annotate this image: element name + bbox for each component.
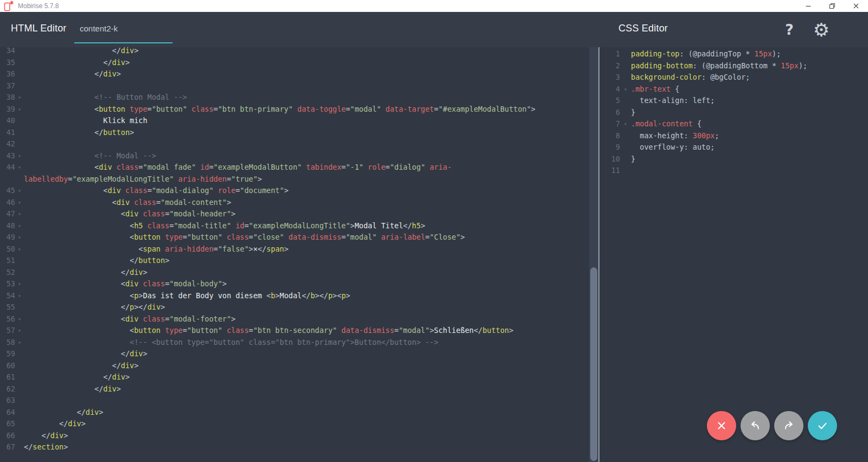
fold-arrow-icon[interactable]: ▾ [15, 185, 24, 197]
code-text[interactable]: .modal-content { [631, 118, 868, 130]
code-text[interactable]: text-align: left; [631, 95, 868, 107]
code-text[interactable]: </button> [24, 127, 589, 139]
code-text[interactable]: </div> [24, 418, 589, 430]
fold-arrow-icon[interactable]: ▾ [15, 243, 24, 255]
code-text[interactable]: </div> [24, 383, 589, 395]
minimize-button[interactable] [796, 0, 820, 12]
tab-content2-k[interactable]: content2-k [74, 20, 173, 43]
fold-arrow-icon[interactable]: ▾ [15, 208, 24, 220]
code-text[interactable]: <p>Das ist der Body von diesem <b>Modal<… [24, 290, 589, 302]
code-text[interactable] [24, 395, 589, 407]
line-number: 53 [0, 278, 15, 290]
gear-icon[interactable]: ⚙ [809, 12, 833, 47]
code-text[interactable]: <button type="button" class="btn btn-sec… [24, 325, 589, 337]
apply-button[interactable] [808, 411, 837, 440]
line-number: 4 [599, 84, 620, 95]
fold-arrow-icon[interactable]: ▾ [15, 232, 24, 243]
code-text[interactable]: <!-- Button Modal --> [24, 92, 589, 104]
code-line: 59 </div> [0, 348, 589, 360]
code-line: 4▾.mbr-text { [599, 84, 868, 95]
code-text[interactable]: } [631, 153, 868, 165]
code-text[interactable]: <button type="button" class="close" data… [24, 232, 589, 243]
help-icon[interactable]: ? [779, 12, 800, 47]
code-text[interactable]: </div> [24, 360, 589, 372]
line-number: 63 [0, 395, 15, 407]
code-line: 8 max-height: 300px; [599, 130, 868, 142]
code-text[interactable] [24, 138, 589, 150]
code-text[interactable]: <span aria-hidden="false">×</span> [24, 243, 589, 255]
code-text[interactable]: <!-- Modal --> [24, 150, 589, 162]
fold-arrow-icon[interactable]: ▾ [620, 118, 631, 130]
line-number: 67 [0, 441, 15, 453]
line-number: 1 [599, 48, 620, 60]
code-text[interactable]: <div class="modal-header"> [24, 208, 589, 220]
line-number: 50 [0, 243, 15, 255]
code-line: 44▾ <div class="modal fade" id="exampleM… [0, 162, 589, 185]
code-text[interactable]: </div> [24, 57, 589, 69]
fold-arrow-icon[interactable]: ▾ [15, 220, 24, 232]
code-line: 45▾ <div class="modal-dialog" role="docu… [0, 185, 589, 197]
code-text[interactable]: </div> [24, 267, 589, 279]
fold-arrow-icon[interactable]: ▾ [15, 150, 24, 162]
code-text[interactable]: </div> [24, 371, 589, 383]
code-line: 49▾ <button type="button" class="close" … [0, 232, 589, 243]
code-line: 66 </div> [0, 430, 589, 442]
code-text[interactable]: <h5 class="modal-title" id="exampleModal… [24, 220, 589, 232]
close-window-button[interactable] [844, 0, 868, 12]
code-text[interactable]: max-height: 300px; [631, 130, 868, 142]
code-text[interactable]: .mbr-text { [631, 84, 868, 95]
css-code-editor[interactable]: 1padding-top: (@paddingTop * 15px);2padd… [599, 47, 868, 462]
fold-arrow-icon[interactable]: ▾ [15, 162, 24, 174]
fold-arrow-icon[interactable]: ▾ [15, 92, 24, 104]
code-text[interactable]: } [631, 107, 868, 119]
line-number: 62 [0, 383, 15, 395]
redo-button[interactable] [774, 411, 803, 440]
code-text[interactable]: </div> [24, 430, 589, 442]
code-text[interactable]: </div> [24, 407, 589, 419]
code-text[interactable]: padding-bottom: (@paddingBottom * 15px); [631, 60, 868, 72]
line-number: 52 [0, 267, 15, 279]
undo-button[interactable] [741, 411, 770, 440]
code-text[interactable]: overflow-y: auto; [631, 142, 868, 153]
code-line: 41 </button> [0, 127, 589, 139]
cancel-button[interactable] [707, 411, 736, 440]
code-text[interactable]: </section> [24, 441, 589, 453]
code-line: 39▾ <button type="button" class="btn btn… [0, 104, 589, 116]
code-text[interactable]: padding-top: (@paddingTop * 15px); [631, 48, 868, 60]
code-text[interactable]: <div class="modal-body"> [24, 278, 589, 290]
code-line: 47▾ <div class="modal-header"> [0, 208, 589, 220]
line-number: 58 [0, 337, 15, 349]
line-number: 55 [0, 301, 15, 313]
code-text[interactable]: <!-- <button type="button" class="btn bt… [24, 337, 589, 349]
fold-arrow-icon[interactable]: ▾ [15, 337, 24, 349]
line-number: 59 [0, 348, 15, 360]
code-text[interactable]: <div class="modal-content"> [24, 197, 589, 209]
code-text[interactable]: </button> [24, 255, 589, 267]
code-text[interactable]: Klick mich [24, 115, 589, 127]
code-line: 53▾ <div class="modal-body"> [0, 278, 589, 290]
code-text[interactable]: <button type="button" class="btn btn-pri… [24, 104, 589, 116]
fold-arrow-icon[interactable]: ▾ [15, 313, 24, 325]
code-text[interactable] [631, 165, 868, 177]
fold-arrow-icon[interactable]: ▾ [15, 278, 24, 290]
code-text[interactable]: <div class="modal fade" id="exampleModal… [24, 162, 589, 185]
code-text[interactable]: <div class="modal-footer"> [24, 313, 589, 325]
code-line: 2padding-bottom: (@paddingBottom * 15px)… [599, 60, 868, 72]
fold-arrow-icon[interactable]: ▾ [620, 84, 631, 95]
scrollbar-thumb[interactable] [590, 267, 597, 461]
code-text[interactable]: </p></div> [24, 301, 589, 313]
fold-arrow-icon[interactable]: ▾ [15, 104, 24, 116]
code-text[interactable]: background-color: @bgColor; [631, 72, 868, 84]
code-line: 5 text-align: left; [599, 95, 868, 107]
restore-button[interactable] [820, 0, 844, 12]
fold-arrow-icon[interactable]: ▾ [15, 197, 24, 209]
code-text[interactable]: </div> [24, 348, 589, 360]
code-text[interactable] [24, 80, 589, 92]
fold-arrow-icon[interactable]: ▾ [15, 325, 24, 337]
html-code-editor[interactable]: 34 </div>35 </div>36 </div>3738▾ <!-- Bu… [0, 47, 589, 462]
code-text[interactable]: </div> [24, 47, 589, 57]
fold-arrow-icon[interactable]: ▾ [15, 290, 24, 302]
code-text[interactable]: </div> [24, 68, 589, 80]
code-text[interactable]: <div class="modal-dialog" role="document… [24, 185, 589, 197]
tab-label: content2-k [74, 20, 173, 33]
